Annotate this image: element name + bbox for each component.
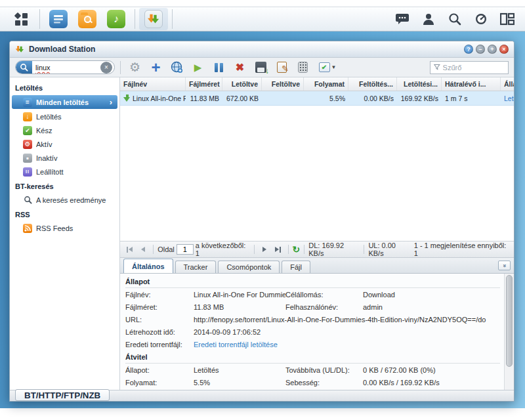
sidebar-item-kesz[interactable]: ✔Kész bbox=[10, 123, 119, 137]
save-button[interactable] bbox=[252, 59, 270, 75]
help-button[interactable]: ? bbox=[464, 45, 473, 54]
download-station-icon bbox=[144, 10, 163, 28]
filter-input[interactable] bbox=[443, 64, 505, 72]
details-section-title-atvitel: Átvitel bbox=[125, 350, 500, 364]
clear-search-icon[interactable]: × bbox=[100, 62, 112, 74]
tab-altalanos[interactable]: Általános bbox=[123, 259, 173, 273]
column-header-letoltesi[interactable]: Letöltési... bbox=[397, 77, 442, 91]
cell-download_speed-text: 169.92 KB/s bbox=[401, 94, 438, 102]
gauge-icon bbox=[474, 12, 488, 26]
pause-button[interactable] bbox=[210, 59, 228, 75]
select-mode-button[interactable]: ✔▼ bbox=[315, 59, 340, 75]
search-icon bbox=[23, 196, 32, 205]
main-menu-button[interactable] bbox=[7, 8, 35, 30]
column-header-feltoltes[interactable]: Feltöltés... bbox=[348, 77, 397, 91]
sidebar-section-header-letoltes: Letöltés bbox=[10, 80, 119, 94]
sidebar-item-letoltes[interactable]: ↓Letöltés bbox=[10, 110, 119, 123]
file-browser-icon bbox=[78, 10, 96, 28]
window-titlebar[interactable]: Download Station ? – + × bbox=[10, 41, 514, 58]
column-header-feltoltve[interactable]: Feltöltve bbox=[262, 77, 304, 91]
tab-fajl[interactable]: Fájl bbox=[282, 261, 310, 273]
magnifier-glyph bbox=[84, 16, 91, 23]
control-panel-button[interactable] bbox=[44, 8, 73, 30]
widgets-button[interactable] bbox=[499, 10, 516, 28]
filter-box[interactable] bbox=[430, 61, 509, 74]
detail-label: Célállomás: bbox=[285, 291, 363, 299]
collapse-details-button[interactable]: » bbox=[498, 261, 511, 270]
main-menu-icon bbox=[15, 13, 28, 26]
sidebar-item-rss-feeds[interactable]: RSS Feeds bbox=[10, 221, 119, 235]
sidebar-item-minden-letoltes[interactable]: ≡Minden letöltés› bbox=[12, 95, 117, 109]
sidebar-section-header-rss: RSS bbox=[10, 207, 119, 221]
download-station-taskbar-button[interactable] bbox=[139, 8, 168, 30]
detail-label: Folyamat: bbox=[125, 379, 194, 387]
sidebar-item-leallitott[interactable]: IILeállított bbox=[10, 165, 119, 178]
notifications-button[interactable] bbox=[394, 10, 411, 28]
column-header-allapot[interactable]: Állapot bbox=[501, 77, 514, 91]
details-scrollbar[interactable] bbox=[504, 274, 514, 390]
first-page-button[interactable] bbox=[124, 243, 136, 255]
clear-completed-button[interactable] bbox=[294, 59, 312, 75]
statusbar-tab-bt-http-ftp-nzb[interactable]: BT/HTTP/FTP/NZB bbox=[15, 389, 110, 401]
refresh-icon[interactable]: ↻ bbox=[293, 245, 301, 254]
download-speed-total: DL: 169.92 KB/s bbox=[308, 242, 360, 257]
minimize-button[interactable]: – bbox=[476, 45, 485, 54]
close-button[interactable]: × bbox=[499, 45, 509, 54]
sidebar-item-label: Letöltés bbox=[36, 113, 116, 121]
column-header-hatralevo-i[interactable]: Hátralévő i... bbox=[442, 77, 501, 91]
search-text[interactable]: linux bbox=[32, 64, 100, 72]
tab-tracker[interactable]: Tracker bbox=[175, 261, 217, 273]
checkbox-icon: ✔ bbox=[319, 62, 330, 72]
edit-pencil-icon bbox=[277, 62, 287, 73]
media-player-button[interactable]: ♪ bbox=[102, 8, 131, 30]
sidebar: Letöltés≡Minden letöltés›↓Letöltés✔Kész⚙… bbox=[10, 77, 120, 390]
detail-label: Sebesség: bbox=[285, 379, 363, 387]
sidebar-item-label: Leállított bbox=[36, 168, 116, 176]
system-monitor-button[interactable] bbox=[472, 10, 490, 28]
settings-button[interactable]: ⚙ bbox=[126, 59, 144, 75]
table-row[interactable]: Linux All-in-One For...11.83 MB672.00 KB… bbox=[120, 91, 514, 106]
last-page-button[interactable] bbox=[272, 243, 284, 255]
edit-button[interactable] bbox=[273, 59, 291, 75]
column-header-fajlnev[interactable]: Fájlnév bbox=[120, 77, 186, 91]
search-input[interactable]: linux × bbox=[15, 60, 115, 74]
original-torrent-link[interactable]: Eredeti torrentfájl letöltése bbox=[194, 341, 504, 348]
delete-button[interactable]: ✖ bbox=[231, 59, 249, 75]
user-button[interactable] bbox=[420, 10, 437, 28]
details-row: Fájlnév:Linux All-in-One For Dummies, 4t… bbox=[125, 288, 504, 301]
detail-label: Létrehozott idő: bbox=[125, 328, 194, 336]
search-button[interactable] bbox=[446, 10, 463, 28]
pager-divider bbox=[364, 245, 364, 254]
search-submit-button[interactable] bbox=[16, 60, 32, 74]
gear-icon: ⚙ bbox=[129, 61, 140, 74]
column-header-fajlmeret[interactable]: Fájlméret bbox=[186, 77, 222, 91]
sidebar-item-inaktiv[interactable]: ■Inaktív bbox=[10, 151, 119, 165]
search-icon bbox=[20, 63, 28, 72]
column-header-folyamat[interactable]: Folyamat bbox=[304, 77, 348, 91]
details-row: Létrehozott idő:2014-09-09 17:06:52 bbox=[125, 326, 504, 338]
resume-button[interactable]: ▶ bbox=[189, 59, 207, 75]
column-header-letoltve[interactable]: Letöltve bbox=[222, 77, 262, 91]
search-icon bbox=[448, 12, 461, 26]
pagination-bar: Oldal a következőből: 1 ↻ DL: 169.92 KB/… bbox=[120, 241, 514, 257]
prev-page-button[interactable] bbox=[138, 243, 150, 255]
maximize-button[interactable]: + bbox=[488, 45, 497, 54]
download-station-window: Download Station ? – + × linux × bbox=[9, 41, 514, 402]
detail-value: 0.00 KB/s / 169.92 KB/s bbox=[363, 379, 504, 387]
page-input[interactable] bbox=[177, 244, 194, 255]
add-url-button[interactable] bbox=[168, 59, 186, 75]
shredder-icon bbox=[298, 62, 308, 73]
sidebar-section-header-bt-kereses: BT-keresés bbox=[10, 178, 119, 193]
window-statusbar: BT/HTTP/FTP/NZB bbox=[10, 390, 514, 401]
next-page-button[interactable] bbox=[259, 243, 270, 255]
tab-csomopontok[interactable]: Csomópontok bbox=[218, 261, 280, 273]
downloading-icon: ↓ bbox=[23, 112, 32, 121]
add-download-button[interactable]: + bbox=[147, 59, 165, 75]
taskbar: ♪ bbox=[0, 7, 525, 32]
detail-value: Download bbox=[363, 291, 504, 299]
file-browser-button[interactable] bbox=[73, 8, 102, 30]
sidebar-item-a-kereses-eredmenye[interactable]: A keresés eredménye bbox=[10, 193, 119, 207]
scrollbar-thumb[interactable] bbox=[506, 275, 513, 367]
floppy-download-icon bbox=[255, 62, 266, 73]
sidebar-item-aktiv[interactable]: ⚙Aktív bbox=[10, 137, 119, 151]
